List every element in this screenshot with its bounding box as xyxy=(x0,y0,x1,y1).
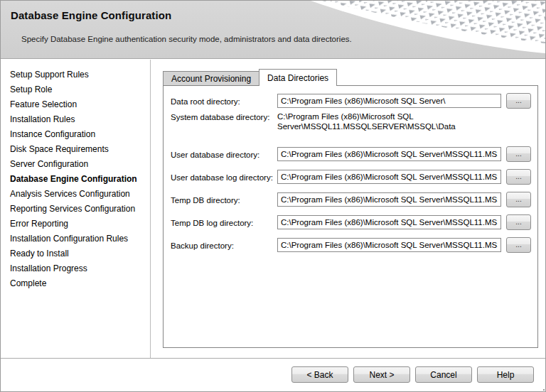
tab-account-provisioning[interactable]: Account Provisioning xyxy=(163,71,259,85)
sidebar-item-instance-configuration[interactable]: Instance Configuration xyxy=(10,127,147,142)
help-button[interactable]: Help xyxy=(477,366,534,383)
backup-directory-label: Backup directory: xyxy=(171,240,277,250)
sidebar-nav: Setup Support RulesSetup RoleFeature Sel… xyxy=(1,60,151,358)
footer-divider xyxy=(1,358,545,359)
user-database-log-directory-label: User database log directory: xyxy=(171,172,277,182)
sidebar-item-analysis-services-configuration[interactable]: Analysis Services Configuration xyxy=(10,187,147,202)
form-row-data-root-directory: Data root directory:... xyxy=(171,93,531,109)
page-title: Database Engine Configuration xyxy=(11,9,171,21)
sidebar-item-reporting-services-configuration[interactable]: Reporting Services Configuration xyxy=(10,202,147,217)
tab-data-directories[interactable]: Data Directories xyxy=(259,69,337,86)
user-database-directory-label: User database directory: xyxy=(171,149,277,159)
main-content: Account ProvisioningData Directories Dat… xyxy=(151,60,545,358)
sidebar-item-server-configuration[interactable]: Server Configuration xyxy=(10,157,147,172)
wizard-header: Database Engine Configuration Specify Da… xyxy=(1,1,545,59)
sidebar-item-disk-space-requirements[interactable]: Disk Space Requirements xyxy=(10,142,147,157)
temp-db-directory-browse-button[interactable]: ... xyxy=(506,192,531,207)
sidebar-item-ready-to-install[interactable]: Ready to Install xyxy=(10,246,147,261)
backup-directory-browse-button[interactable]: ... xyxy=(506,237,531,253)
data-root-directory-browse-button[interactable]: ... xyxy=(506,93,531,109)
sidebar-item-database-engine-configuration[interactable]: Database Engine Configuration xyxy=(10,172,147,187)
temp-db-log-directory-input[interactable] xyxy=(277,215,501,229)
sidebar-item-error-reporting[interactable]: Error Reporting xyxy=(10,217,147,232)
form-row-system-database-directory: System database directory:C:\Program Fil… xyxy=(171,111,531,131)
temp-db-log-directory-label: Temp DB log directory: xyxy=(171,217,277,227)
backup-directory-input[interactable] xyxy=(277,238,501,252)
user-database-log-directory-input[interactable] xyxy=(277,170,501,184)
sidebar-item-setup-support-rules[interactable]: Setup Support Rules xyxy=(10,67,147,82)
next-button[interactable]: Next > xyxy=(353,366,410,383)
back-button[interactable]: < Back xyxy=(291,366,348,383)
user-database-directory-input[interactable] xyxy=(277,147,501,161)
form-row-backup-directory: Backup directory:... xyxy=(171,237,531,253)
form-row-temp-db-log-directory: Temp DB log directory:... xyxy=(171,214,531,230)
header-decoration-pattern xyxy=(311,1,545,58)
data-root-directory-input[interactable] xyxy=(277,94,501,108)
system-database-directory-label: System database directory: xyxy=(171,111,277,121)
user-database-log-directory-browse-button[interactable]: ... xyxy=(506,169,531,185)
sidebar-item-installation-rules[interactable]: Installation Rules xyxy=(10,112,147,127)
temp-db-directory-input[interactable] xyxy=(277,192,501,207)
temp-db-directory-label: Temp DB directory: xyxy=(171,195,277,205)
sidebar-item-complete[interactable]: Complete xyxy=(10,276,147,291)
form-row-user-database-directory: User database directory:... xyxy=(171,146,531,162)
page-subtitle: Specify Database Engine authentication s… xyxy=(21,35,352,43)
cancel-button[interactable]: Cancel xyxy=(415,366,472,383)
footer-buttons: < BackNext >CancelHelp xyxy=(291,366,534,383)
sidebar-item-setup-role[interactable]: Setup Role xyxy=(10,82,147,97)
form-rows: Data root directory:...System database d… xyxy=(171,93,531,253)
temp-db-log-directory-browse-button[interactable]: ... xyxy=(506,214,531,230)
system-database-directory-value: C:\Program Files (x86)\Microsoft SQL Ser… xyxy=(277,111,456,131)
tab-panel: Data root directory:...System database d… xyxy=(163,85,538,348)
sidebar-item-feature-selection[interactable]: Feature Selection xyxy=(10,97,147,112)
setup-wizard-window: Database Engine Configuration Specify Da… xyxy=(0,0,546,392)
data-root-directory-label: Data root directory: xyxy=(171,96,277,106)
resize-grip-icon[interactable] xyxy=(540,386,542,388)
sidebar-item-installation-configuration-rules[interactable]: Installation Configuration Rules xyxy=(10,232,147,246)
tab-bar: Account ProvisioningData Directories xyxy=(163,69,337,86)
form-row-temp-db-directory: Temp DB directory:... xyxy=(171,192,531,207)
sidebar-item-installation-progress[interactable]: Installation Progress xyxy=(10,261,147,276)
user-database-directory-browse-button[interactable]: ... xyxy=(506,146,531,162)
form-row-user-database-log-directory: User database log directory:... xyxy=(171,169,531,185)
